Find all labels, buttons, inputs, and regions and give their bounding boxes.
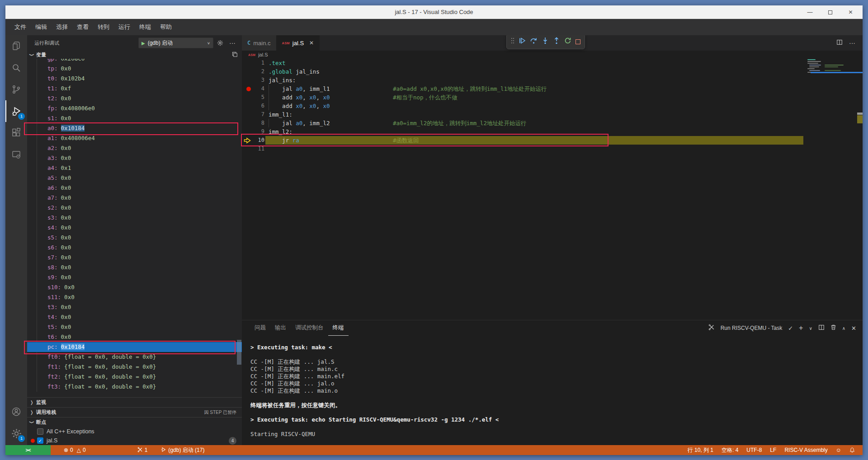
line-number[interactable]: 2 [242, 67, 264, 76]
stop-button[interactable] [576, 39, 580, 44]
kill-terminal-icon[interactable] [830, 324, 836, 332]
maximize-button[interactable] [820, 5, 840, 19]
step-over-button[interactable] [530, 37, 538, 46]
register-row-s10[interactable]: s10:0x0 [27, 282, 242, 292]
register-row-s8[interactable]: s8:0x0 [27, 263, 242, 272]
terminal-task-label[interactable]: Run RISCV-QEMU - Task [721, 325, 782, 331]
terminal-output[interactable]: > Executing task: make < CC -[M] 正在构建 ..… [250, 344, 853, 438]
register-row-gp[interactable]: gp:0x208c0 [27, 59, 242, 64]
register-row-a3[interactable]: a3:0x0 [27, 153, 242, 163]
register-row-s2[interactable]: s2:0x0 [27, 203, 242, 213]
sidebar-scrollbar[interactable] [237, 340, 241, 365]
menu-item-1[interactable]: 编辑 [31, 23, 52, 31]
panel-tab-2[interactable]: 调试控制台 [291, 320, 328, 336]
breakpoint-checkbox[interactable]: ✓ [37, 437, 43, 444]
close-button[interactable]: ✕ [840, 5, 861, 19]
register-row-s9[interactable]: s9:0x0 [27, 272, 242, 282]
register-row-s7[interactable]: s7:0x0 [27, 253, 242, 263]
sidebar-item-search[interactable] [5, 57, 27, 79]
code-line-5[interactable]: 5 add x0, x0, x0#相当于nop，什么也不做 [242, 93, 863, 102]
sidebar-item-explorer[interactable] [5, 35, 27, 57]
register-row-t4[interactable]: t4:0x0 [27, 312, 242, 322]
register-row-a6[interactable]: a6:0x0 [27, 183, 242, 193]
close-tab-icon[interactable]: ✕ [309, 40, 314, 46]
close-panel-icon[interactable]: ✕ [851, 325, 856, 332]
eol-setting[interactable]: LF [766, 447, 780, 453]
breakpoint-checkbox[interactable] [37, 428, 43, 435]
register-row-t5[interactable]: t5:0x0 [27, 322, 242, 332]
accounts-button[interactable] [5, 401, 27, 422]
line-number[interactable]: 3 [242, 76, 264, 84]
register-row-ft3[interactable]: ft3:{float = 0x0, double = 0x0} [27, 382, 242, 392]
line-number[interactable]: 7 [242, 110, 264, 119]
step-into-button[interactable] [542, 37, 549, 46]
code-editor[interactable]: 1.text2.global jal_ins3jal_ins:4 jal a0,… [242, 59, 863, 320]
code-line-4[interactable]: 4 jal a0, imm_l1#a0=add x0,x0,x0的地址，跳转到i… [242, 84, 863, 93]
code-line-9[interactable]: 9imm_l2: [242, 127, 863, 136]
register-row-a7[interactable]: a7:0x0 [27, 193, 242, 203]
more-actions-icon[interactable]: ··· [849, 39, 855, 47]
minimap-slider[interactable] [811, 72, 863, 73]
debug-settings-gear-icon[interactable] [217, 35, 223, 51]
register-row-s1[interactable]: s1:0x0 [27, 113, 242, 123]
line-number[interactable]: 6 [242, 102, 264, 110]
language-mode[interactable]: RISC-V Assembly [780, 447, 831, 453]
panel-toggle-icon[interactable] [232, 52, 237, 58]
register-row-ft2[interactable]: ft2:{float = 0x0, double = 0x0} [27, 372, 242, 382]
cursor-position[interactable]: 行 10, 列 1 [684, 446, 717, 454]
register-row-pc[interactable]: pc:0x10184 [27, 342, 242, 352]
feedback-icon[interactable]: ☺ [832, 447, 845, 453]
remote-indicator[interactable]: >< [5, 445, 51, 455]
sidebar-item-run-debug[interactable]: 1 [5, 100, 27, 122]
sidebar-item-remote-explorer[interactable] [5, 144, 27, 165]
continue-button[interactable] [519, 37, 526, 46]
register-row-t3[interactable]: t3:0x0 [27, 302, 242, 312]
sidebar-item-extensions[interactable] [5, 122, 27, 144]
line-number[interactable]: 1 [242, 59, 264, 67]
register-row-s5[interactable]: s5:0x0 [27, 233, 242, 243]
line-number[interactable]: 8 [242, 119, 264, 127]
menu-item-6[interactable]: 终端 [135, 23, 156, 31]
maximize-panel-icon[interactable]: ∧ [842, 326, 845, 331]
register-row-fp[interactable]: fp:0x408006e0 [27, 103, 242, 113]
register-row-s6[interactable]: s6:0x0 [27, 243, 242, 253]
register-row-tp[interactable]: tp:0x0 [27, 64, 242, 74]
register-row-a4[interactable]: a4:0x1 [27, 163, 242, 173]
register-row-s3[interactable]: s3:0x0 [27, 213, 242, 223]
menu-item-0[interactable]: 文件 [10, 23, 31, 31]
title-bar[interactable]: jal.S - 17 - Visual Studio Code — ✕ [5, 5, 863, 19]
register-row-a0[interactable]: a0:0x10184 [27, 123, 242, 133]
code-line-11[interactable]: 11 [242, 145, 863, 153]
register-row-t2[interactable]: t2:0x0 [27, 94, 242, 103]
register-row-s4[interactable]: s4:0x0 [27, 223, 242, 233]
debug-session-indicator[interactable]: (gdb) 启动 (17) [158, 446, 208, 454]
code-line-6[interactable]: 6 add x0, x0, x0 [242, 102, 863, 110]
code-line-3[interactable]: 3jal_ins: [242, 76, 863, 84]
tab-jal-s[interactable]: ASM jal.S ✕ [277, 35, 320, 51]
drag-handle-icon[interactable] [511, 38, 514, 46]
start-debug-icon[interactable]: ▶ [142, 41, 145, 46]
minimize-button[interactable]: — [800, 5, 820, 19]
menu-item-5[interactable]: 运行 [114, 23, 135, 31]
split-terminal-icon[interactable] [818, 324, 825, 332]
register-row-a5[interactable]: a5:0x0 [27, 173, 242, 183]
tab-main-c[interactable]: C main.c [242, 35, 277, 51]
panel-tab-3[interactable]: 终端 [328, 320, 349, 336]
code-line-1[interactable]: 1.text [242, 59, 863, 67]
variables-list[interactable]: gp:0x208c0tp:0x0t0:0x102b4t1:0xft2:0x0fp… [27, 59, 242, 392]
encoding-setting[interactable]: UTF-8 [742, 447, 766, 453]
menu-item-4[interactable]: 转到 [93, 23, 114, 31]
panel-tab-0[interactable]: 问题 [250, 320, 270, 336]
running-tasks-indicator[interactable]: 1 [134, 447, 151, 454]
indentation-setting[interactable]: 空格: 4 [717, 446, 742, 454]
sidebar-item-source-control[interactable] [5, 79, 27, 100]
code-line-8[interactable]: 8 jal a0, imm_l2#a0=imm_l2的地址，跳转到imm_l2地… [242, 119, 863, 127]
register-row-ft1[interactable]: ft1:{float = 0x0, double = 0x0} [27, 362, 242, 372]
menu-item-7[interactable]: 帮助 [156, 23, 176, 31]
launch-config-dropdown[interactable]: ▶ (gdb) 启动 ∨ [138, 38, 213, 48]
register-row-t6[interactable]: t6:0x0 [27, 332, 242, 342]
code-line-7[interactable]: 7imm_l1: [242, 110, 863, 119]
register-row-t0[interactable]: t0:0x102b4 [27, 74, 242, 84]
breakpoint-dot-icon[interactable] [246, 87, 251, 91]
restart-button[interactable] [564, 37, 571, 46]
